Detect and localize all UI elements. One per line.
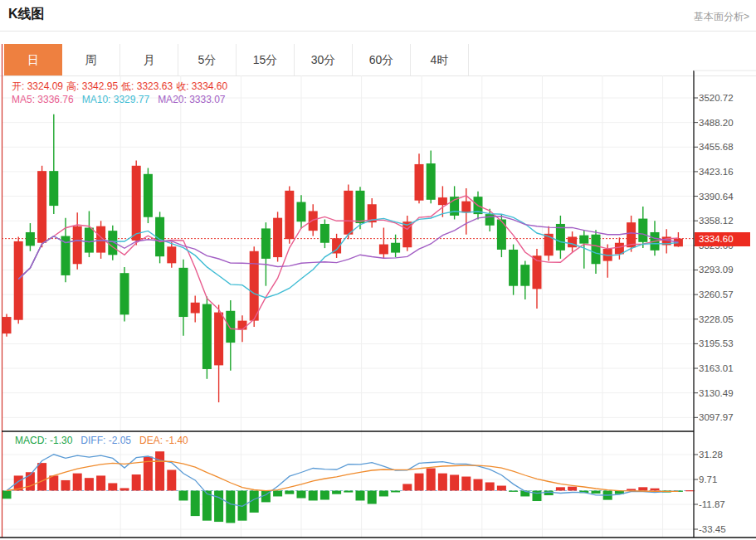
period-tab-bar: 日周月5分15分30分60分4时 (4, 44, 469, 75)
ma-row-item-2: MA20: 3333.07 (158, 94, 225, 105)
kline-widget: { "header": { "title": "K线图", "link": "基… (0, 0, 756, 540)
macd-axis-label: -33.45 (699, 524, 754, 534)
ohlc-readout-row: 开: 3324.09高: 3342.95低: 3323.63收: 3334.60 (12, 80, 231, 94)
tab-period-3[interactable]: 5分 (178, 44, 237, 75)
macd-axis-label: 9.71 (699, 474, 754, 484)
main-axis-label: 3520.72 (699, 93, 754, 103)
main-axis-label: 3488.20 (699, 118, 754, 128)
macd-axis-label: 31.28 (699, 450, 754, 460)
macd-row-item-0: MACD: -1.30 (15, 435, 72, 446)
tab-period-4[interactable]: 15分 (237, 44, 295, 75)
main-axis-label: 3130.49 (699, 388, 754, 398)
ohlc-row-item-2: 低: 3323.63 (121, 80, 173, 92)
current-price-badge: 3334.60 (695, 232, 750, 246)
ohlc-row-item-0: 开: 3324.09 (12, 80, 63, 92)
fundamental-analysis-link[interactable]: 基本面分析> (694, 10, 749, 24)
macd-row-item-1: DIFF: -2.05 (80, 435, 131, 446)
main-axis-label: 3195.53 (699, 338, 754, 348)
main-axis-label: 3293.09 (699, 265, 754, 275)
main-axis-label: 3163.01 (699, 363, 754, 373)
macd-axis-label: -11.87 (699, 499, 754, 509)
main-axis-label: 3455.68 (699, 142, 754, 152)
macd-row-item-2: DEA: -1.40 (139, 435, 188, 446)
page-title: K线图 (8, 6, 45, 23)
main-axis-label: 3228.05 (699, 314, 754, 324)
main-axis-label: 3260.57 (699, 289, 754, 299)
main-axis-label: 3097.97 (699, 412, 754, 422)
tab-period-6[interactable]: 60分 (353, 44, 411, 75)
ma-readout-row: MA5: 3336.76MA10: 3329.77MA20: 3333.07 (12, 94, 234, 105)
main-axis-label: 3390.64 (699, 192, 754, 202)
ohlc-row-item-3: 收: 3334.60 (176, 80, 227, 92)
ma-row-item-0: MA5: 3336.76 (12, 94, 74, 105)
main-axis-label: 3423.16 (699, 167, 754, 177)
ohlc-row-item-1: 高: 3342.95 (66, 80, 118, 92)
ma-row-item-1: MA10: 3329.77 (82, 94, 149, 105)
tab-period-2[interactable]: 月 (120, 44, 178, 75)
tab-period-1[interactable]: 周 (62, 44, 120, 75)
main-axis-label: 3358.12 (699, 216, 754, 226)
tab-period-5[interactable]: 30分 (295, 44, 353, 75)
tab-period-7[interactable]: 4时 (411, 44, 469, 75)
macd-readout-row: MACD: -1.30DIFF: -2.05DEA: -1.40 (15, 435, 197, 446)
tab-period-0[interactable]: 日 (4, 44, 62, 75)
